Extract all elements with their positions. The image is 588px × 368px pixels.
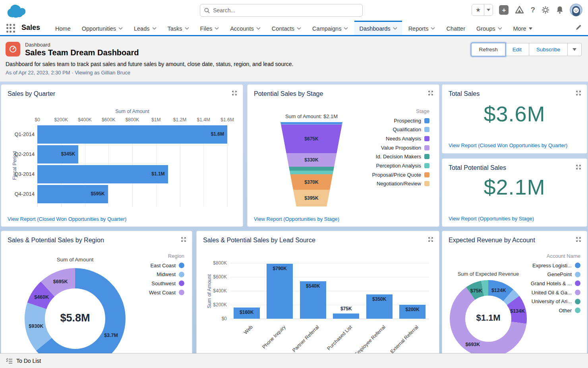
guidance-center-button[interactable] <box>514 5 524 15</box>
funnel-segment-negotiation-review[interactable]: $395K <box>280 190 342 206</box>
subscribe-button[interactable]: Subscribe <box>529 43 568 56</box>
favorite-star-button[interactable]: ★ <box>472 4 484 16</box>
tab-dashboards[interactable]: Dashboards <box>354 21 402 35</box>
refresh-button[interactable]: Refresh <box>471 43 505 56</box>
legend-item: Grand Hotels & ... <box>531 280 580 286</box>
tab-label: Tasks <box>168 25 182 32</box>
tab-label: Accounts <box>230 25 254 32</box>
tab-chatter[interactable]: Chatter <box>441 21 470 35</box>
todo-list-bar[interactable]: To Do List <box>0 353 588 368</box>
tab-opportunities[interactable]: Opportunities <box>77 21 128 35</box>
tab-label: Home <box>55 25 71 32</box>
more-actions-button[interactable] <box>568 43 582 56</box>
view-report-link[interactable]: View Report (Closed Won Opportunities by… <box>8 216 126 222</box>
slice-value-label: $693K <box>466 342 480 347</box>
tab-files[interactable]: Files <box>195 21 224 35</box>
bar-value-label: $200K <box>406 307 420 312</box>
app-launcher-button[interactable] <box>6 24 15 33</box>
legend-label: West Coast <box>149 290 176 296</box>
funnel-segment-proposal-price-quote[interactable]: $370K <box>280 174 342 190</box>
widget-potential-sales-by-stage: Potential Sales by Stage Sum of Amount: … <box>247 84 439 227</box>
x-tick-label: $1.6M <box>220 117 234 123</box>
global-actions-button[interactable]: + <box>499 5 509 15</box>
tab-more[interactable]: More <box>509 21 537 35</box>
chevron-down-icon <box>185 27 189 30</box>
widget-title: Potential Sales by Stage <box>254 90 323 97</box>
caret-down-icon <box>529 27 532 30</box>
widget-title: Sales & Potential Sales by Lead Source <box>203 237 315 244</box>
expand-icon[interactable] <box>576 90 581 97</box>
widget-title: Total Sales <box>449 90 480 97</box>
expand-icon[interactable] <box>576 237 581 244</box>
favorites-list-button[interactable] <box>484 4 493 16</box>
donut-center-value: $5.8M <box>60 312 90 324</box>
tab-accounts[interactable]: Accounts <box>225 21 265 35</box>
chevron-down-icon <box>498 27 502 30</box>
user-avatar[interactable] <box>570 4 582 16</box>
tab-reports[interactable]: Reports <box>404 21 440 35</box>
widget-title: Expected Revenue by Account <box>449 237 535 244</box>
funnel-segment-value-proposition[interactable]: $330K <box>280 153 342 167</box>
expand-icon[interactable] <box>181 237 186 244</box>
funnel-segment-id-decision-makers[interactable] <box>280 167 342 170</box>
edit-nav-pencil-icon[interactable] <box>575 24 582 32</box>
legend-title: Account Name <box>531 253 580 259</box>
legend-label: Other <box>559 308 572 313</box>
legend-item: Southwest <box>149 280 184 286</box>
funnel-subtitle: Sum of Amount: $2.1M <box>262 113 361 119</box>
search-icon <box>204 8 210 14</box>
x-tick-label: $1M <box>151 117 161 123</box>
legend-swatch <box>179 272 184 277</box>
widget-sales-by-lead-source: Sales & Potential Sales by Lead Source S… <box>196 231 439 368</box>
view-report-link[interactable]: View Report (Closed Won Opportunities by… <box>449 142 567 148</box>
legend-item: Prospecting <box>372 118 429 123</box>
x-tick-label: $600K <box>102 117 116 123</box>
expand-icon[interactable] <box>428 237 433 244</box>
legend-swatch <box>575 299 580 304</box>
legend-swatch <box>424 163 429 168</box>
legend-label: Southwest <box>151 280 176 286</box>
legend-item: Express Logisti... <box>531 263 580 268</box>
x-tick-label: $1.4M <box>197 117 210 123</box>
legend-swatch <box>575 263 580 268</box>
tab-tasks[interactable]: Tasks <box>163 21 194 35</box>
view-report-link[interactable]: View Report (Opportunities by Stage) <box>449 216 534 222</box>
bar-phone-inquiry[interactable] <box>267 264 293 319</box>
y-axis-title: Sum of Amount <box>207 271 212 311</box>
bar-value-label: $345K <box>61 151 75 157</box>
tab-groups[interactable]: Groups <box>472 21 507 35</box>
view-report-link[interactable]: View Report (Opportunities by Stage) <box>254 216 339 222</box>
dashboard-header: Dashboard Sales Team Dream Dashboard Das… <box>0 36 588 82</box>
dashboard-canvas: Sales by Quarter Sum of Amount Fiscal Pe… <box>0 82 588 368</box>
funnel-segment-perception-analysis[interactable] <box>280 171 342 174</box>
legend-label: Qualification <box>393 127 421 132</box>
expand-icon[interactable] <box>576 164 581 171</box>
bar-value-label: $595K <box>91 191 104 197</box>
category-label: Q1-2014 <box>4 131 35 137</box>
legend-label: Negotiation/Review <box>377 181 421 187</box>
help-button[interactable]: ? <box>530 6 535 14</box>
todo-list-icon <box>6 358 13 364</box>
edit-button[interactable]: Edit <box>505 43 529 56</box>
bar-Q1-2014[interactable] <box>37 125 227 144</box>
expand-icon[interactable] <box>232 90 237 97</box>
x-axis-title: Sum of Amount <box>37 109 227 114</box>
funnel-segment-needs-analysis[interactable]: $675K <box>280 125 342 153</box>
tab-home[interactable]: Home <box>50 21 75 35</box>
expand-icon[interactable] <box>428 90 433 97</box>
bar-Q3-2014[interactable] <box>37 165 168 183</box>
legend-swatch <box>424 136 429 141</box>
tab-leads[interactable]: Leads <box>129 21 161 35</box>
tab-contacts[interactable]: Contacts <box>267 21 306 35</box>
tab-label: Dashboards <box>359 25 390 32</box>
setup-button[interactable] <box>541 6 550 14</box>
salesforce-logo[interactable] <box>6 1 31 21</box>
widget-title: Total Potential Sales <box>449 164 506 171</box>
bar-purchased-list[interactable] <box>333 313 359 319</box>
notifications-button[interactable] <box>556 6 564 14</box>
chevron-down-icon <box>256 27 261 30</box>
search-input[interactable] <box>213 7 358 14</box>
tab-campaigns[interactable]: Campaigns <box>308 21 353 35</box>
region-legend: Region East CoastMidwestSouthwestWest Co… <box>149 253 184 299</box>
stage-legend-items: ProspectingQualificationNeeds AnalysisVa… <box>372 118 429 187</box>
